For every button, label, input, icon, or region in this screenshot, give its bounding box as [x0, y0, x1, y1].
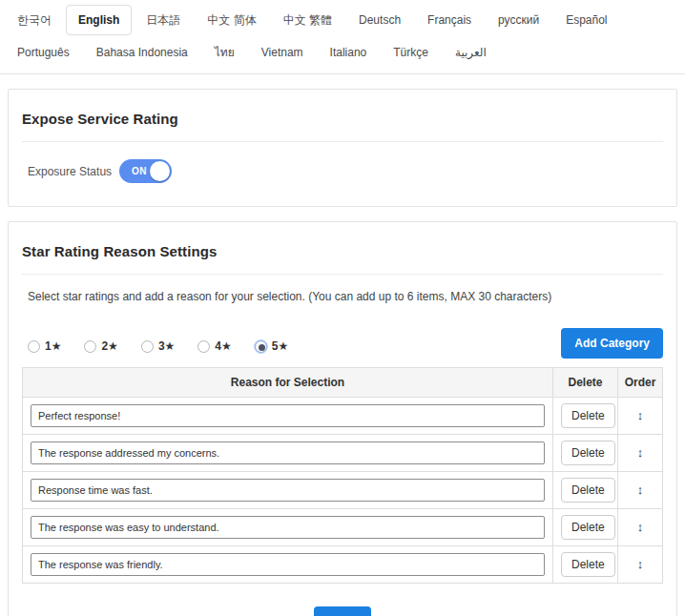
- reason-cell: [23, 546, 553, 584]
- language-tab[interactable]: English: [66, 5, 132, 35]
- toggle-state-text: ON: [132, 166, 147, 176]
- order-cell: ↕: [618, 398, 663, 435]
- language-tab[interactable]: العربية: [443, 37, 499, 68]
- reason-cell: [23, 509, 553, 546]
- order-cell: ↕: [618, 546, 663, 584]
- table-row: Delete ↕: [23, 509, 663, 546]
- reason-cell: [23, 398, 553, 435]
- reason-cell: [23, 472, 553, 509]
- exposure-status-toggle[interactable]: ON: [119, 159, 172, 183]
- order-cell: ↕: [618, 472, 663, 509]
- language-tab[interactable]: 日本語: [134, 5, 193, 35]
- delete-button[interactable]: Delete: [561, 515, 615, 540]
- delete-cell: Delete: [553, 398, 618, 435]
- language-tab[interactable]: 中文 繁體: [271, 5, 344, 35]
- order-cell: ↕: [618, 509, 663, 546]
- table-row: Delete ↕: [23, 472, 663, 509]
- exposure-status-label: Exposure Status: [28, 165, 112, 178]
- save-button[interactable]: Save: [314, 606, 371, 616]
- delete-button[interactable]: Delete: [561, 403, 615, 428]
- reason-cell: [23, 435, 553, 472]
- star-rating-radio-group: 1★ 2★ 3★ 4★ 5★: [28, 339, 288, 359]
- table-header-row: Reason for Selection Delete Order: [23, 368, 663, 398]
- radio-icon: [197, 340, 210, 353]
- star-rating-label: 1★: [45, 339, 61, 353]
- language-tab[interactable]: Bahasa Indonesia: [84, 37, 200, 68]
- star-rating-label: 3★: [158, 339, 175, 353]
- language-tab[interactable]: 中文 简体: [195, 5, 268, 35]
- language-tab[interactable]: Français: [415, 5, 484, 35]
- add-category-button[interactable]: Add Category: [561, 328, 663, 359]
- star-rating-label: 4★: [215, 339, 231, 353]
- radio-icon: [255, 340, 267, 353]
- star-rating-radio[interactable]: 3★: [141, 339, 175, 353]
- language-tab[interactable]: Vietnam: [249, 37, 316, 68]
- star-rating-reason-settings-card: Star Rating Reason Settings Select star …: [8, 221, 677, 616]
- language-tab[interactable]: 한국어: [5, 5, 64, 35]
- reason-section-title: Star Rating Reason Settings: [22, 243, 663, 259]
- reason-input[interactable]: [31, 553, 545, 576]
- star-rating-radio[interactable]: 2★: [84, 339, 117, 353]
- language-tab[interactable]: русский: [486, 5, 551, 35]
- reason-section-description: Select star ratings and add a reason for…: [22, 288, 663, 303]
- rating-controls-row: 1★ 2★ 3★ 4★ 5★: [22, 328, 663, 359]
- radio-icon: [141, 340, 154, 353]
- divider: [22, 274, 663, 275]
- language-tab[interactable]: Português: [5, 37, 82, 68]
- expose-service-rating-card: Expose Service Rating Exposure Status ON: [8, 89, 677, 207]
- star-rating-radio[interactable]: 1★: [28, 339, 61, 353]
- reason-input[interactable]: [31, 479, 545, 502]
- header-delete: Delete: [553, 368, 618, 398]
- table-row: Delete ↕: [23, 398, 663, 435]
- reason-input[interactable]: [31, 404, 545, 427]
- delete-cell: Delete: [553, 472, 618, 509]
- delete-button[interactable]: Delete: [561, 478, 615, 503]
- delete-cell: Delete: [553, 546, 618, 584]
- star-rating-label: 5★: [272, 339, 288, 353]
- language-tab[interactable]: ไทย: [202, 37, 247, 68]
- reason-table: Reason for Selection Delete Order Delete…: [22, 367, 663, 584]
- save-row: Save: [22, 606, 663, 616]
- star-rating-radio[interactable]: 5★: [255, 339, 288, 353]
- exposure-status-row: Exposure Status ON: [22, 155, 663, 185]
- drag-order-handle-icon[interactable]: ↕: [637, 521, 644, 533]
- drag-order-handle-icon[interactable]: ↕: [637, 446, 644, 459]
- header-order: Order: [618, 368, 663, 398]
- drag-order-handle-icon[interactable]: ↕: [637, 409, 644, 421]
- drag-order-handle-icon[interactable]: ↕: [637, 558, 644, 570]
- table-row: Delete ↕: [23, 435, 663, 472]
- language-tab[interactable]: Türkçe: [381, 37, 441, 68]
- toggle-knob-icon: [150, 161, 170, 181]
- language-tab-bar: 한국어 English 日本語 中文 简体 中文 繁體 Deutsch Fran…: [0, 0, 685, 74]
- divider: [22, 141, 663, 142]
- table-row: Delete ↕: [23, 546, 663, 584]
- language-tab[interactable]: Español: [553, 5, 619, 35]
- delete-button[interactable]: Delete: [561, 441, 615, 465]
- star-rating-label: 2★: [101, 339, 117, 353]
- reason-input[interactable]: [31, 516, 545, 539]
- drag-order-handle-icon[interactable]: ↕: [637, 483, 644, 496]
- star-rating-radio[interactable]: 4★: [197, 339, 231, 353]
- language-tab[interactable]: Deutsch: [346, 5, 413, 35]
- delete-cell: Delete: [553, 509, 618, 546]
- radio-icon: [28, 340, 40, 353]
- reason-input[interactable]: [31, 441, 545, 464]
- radio-icon: [84, 340, 96, 353]
- delete-cell: Delete: [553, 435, 618, 472]
- language-tab[interactable]: Italiano: [318, 37, 380, 68]
- header-reason-for-selection: Reason for Selection: [23, 368, 553, 398]
- delete-button[interactable]: Delete: [561, 552, 615, 577]
- order-cell: ↕: [618, 435, 663, 472]
- expose-section-title: Expose Service Rating: [22, 111, 663, 127]
